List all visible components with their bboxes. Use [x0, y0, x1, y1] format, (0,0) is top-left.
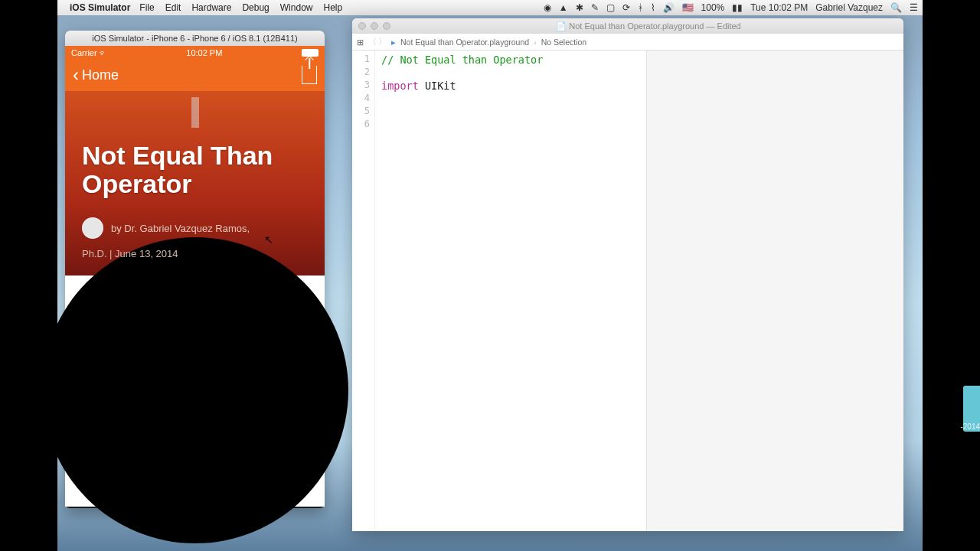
menu-file[interactable]: File: [139, 2, 154, 13]
line-number-gutter: 1 2 3 4 5 6: [352, 51, 375, 531]
code-identifier: UIKit: [419, 80, 456, 92]
ios-simulator-window: iOS Simulator - iPhone 6 - iPhone 6 / iO…: [65, 31, 325, 508]
pencil-icon[interactable]: ✎: [591, 2, 599, 13]
article-hero: Not Equal Than Operator by Dr. Gabriel V…: [65, 91, 325, 276]
simulator-window-title: iOS Simulator - iPhone 6 - iPhone 6 / iO…: [65, 31, 325, 46]
code-editor[interactable]: // Not Equal than Operator import UIKit: [375, 51, 646, 531]
macos-menubar: iOS Simulator File Edit Hardware Debug W…: [57, 0, 923, 15]
menu-hardware[interactable]: Hardware: [191, 2, 231, 13]
sync-icon[interactable]: ⟳: [622, 2, 630, 13]
article-meta: Ph.D. | June 13, 2014: [82, 248, 308, 259]
simulator-screen[interactable]: Carrier ᯤ 10:02 PM ‹ Home Not Equal Than…: [65, 46, 325, 507]
chevron-left-icon: ‹: [73, 64, 79, 86]
crumb-file[interactable]: Not Equal than Operator.playground: [400, 37, 529, 47]
xcode-window-title: 📄 Not Equal than Operator.playground — E…: [400, 21, 897, 31]
menu-help[interactable]: Help: [323, 2, 342, 13]
hero-accent-bar: [191, 97, 199, 128]
nav-forward-icon[interactable]: 〉: [378, 37, 387, 47]
nav-back-icon[interactable]: 〈: [368, 37, 377, 47]
bluetooth-icon[interactable]: ᚼ: [638, 2, 643, 13]
menubar-user[interactable]: Gabriel Vazquez: [815, 2, 883, 13]
ios-clock: 10:02 PM: [186, 48, 222, 57]
menu-window[interactable]: Window: [280, 2, 313, 13]
carrier-label: Carrier: [71, 48, 97, 57]
back-label: Home: [82, 67, 119, 83]
battery-icon[interactable]: ▮▮: [732, 2, 743, 13]
notification-center-icon[interactable]: ☰: [910, 2, 918, 13]
document-icon: ▸: [391, 37, 396, 47]
airplay-icon[interactable]: ▢: [606, 2, 615, 13]
code-keyword: import: [381, 80, 419, 92]
xcode-titlebar[interactable]: 📄 Not Equal than Operator.playground — E…: [352, 18, 903, 34]
menubar-clock[interactable]: Tue 10:02 PM: [750, 2, 808, 13]
ios-navbar: ‹ Home: [65, 59, 325, 91]
share-icon[interactable]: [302, 66, 317, 84]
back-button[interactable]: ‹ Home: [73, 64, 119, 86]
editor-area: 1 2 3 4 5 6 // Not Equal than Operator i…: [352, 51, 903, 531]
xcode-jump-bar[interactable]: ⊞ 〈〉 ▸ Not Equal than Operator.playgroun…: [352, 34, 903, 51]
playground-results-sidebar[interactable]: [646, 51, 903, 531]
article-title: Not Equal Than Operator: [82, 142, 308, 197]
menu-edit[interactable]: Edit: [165, 2, 181, 13]
volume-icon[interactable]: 🔊: [663, 2, 675, 13]
author-name: by Dr. Gabriel Vazquez Ramos,: [111, 223, 250, 234]
xcode-playground-window: 📄 Not Equal than Operator.playground — E…: [352, 18, 903, 531]
app-name[interactable]: iOS Simulator: [70, 2, 130, 13]
flag-icon[interactable]: 🇺🇸: [682, 2, 694, 13]
wifi-icon: ᯤ: [99, 48, 107, 57]
menu-debug[interactable]: Debug: [242, 2, 269, 13]
notification-icon[interactable]: ✱: [576, 2, 583, 13]
code-comment: // Not Equal than Operator: [381, 54, 543, 66]
crumb-selection: No Selection: [541, 37, 587, 47]
wifi-icon[interactable]: ⌇: [651, 2, 655, 13]
cloud-icon[interactable]: ▲: [559, 2, 568, 13]
related-items-icon[interactable]: ⊞: [357, 37, 364, 47]
ios-status-bar: Carrier ᯤ 10:02 PM: [65, 46, 325, 59]
battery-icon: [302, 49, 318, 57]
author-avatar: [82, 217, 103, 239]
desktop-folder-label: -2014: [960, 422, 980, 431]
recording-icon[interactable]: ◉: [544, 2, 551, 13]
battery-percent: 100%: [701, 2, 725, 13]
window-traffic-lights[interactable]: [358, 22, 390, 30]
spotlight-icon[interactable]: 🔍: [890, 2, 902, 13]
